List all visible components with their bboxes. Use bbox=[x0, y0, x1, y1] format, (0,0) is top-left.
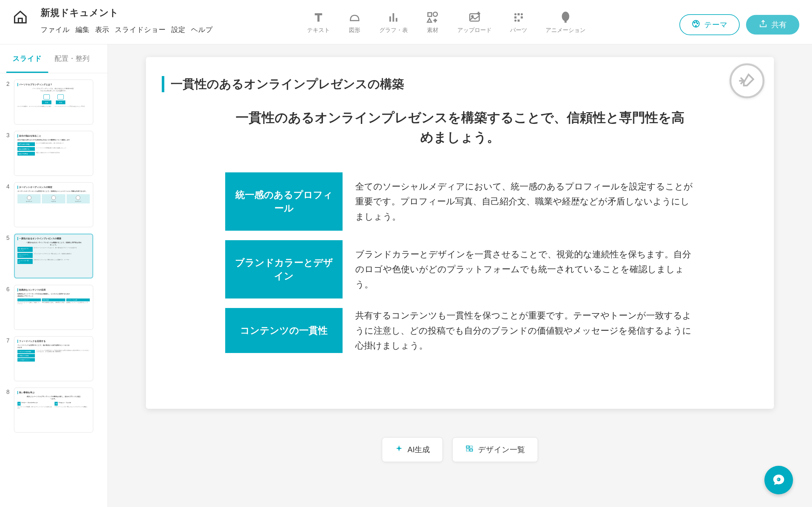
toolbar: テキスト 図形 グラフ・表 + 素材 + アップロード パーツ アニメーション bbox=[307, 6, 586, 34]
thumb-row-6: 6 効果的なコンテンツの活用 効果的なネットワーキングの方法を理解恵し、ビジネス… bbox=[6, 285, 101, 330]
header-right: テーマ 共有 bbox=[679, 6, 799, 35]
row-label-3[interactable]: コンテンツの一貫性 bbox=[225, 308, 343, 353]
sidebar-tabs: スライド 配置・整列 bbox=[0, 44, 107, 73]
edit-float-icon[interactable] bbox=[729, 63, 764, 98]
svg-point-26 bbox=[777, 477, 780, 481]
menu-slideshow[interactable]: スライドショー bbox=[115, 25, 165, 35]
content-row-3[interactable]: コンテンツの一貫性 共有するコンテンツも一貫性を保つことが重要です。テーマやトー… bbox=[225, 308, 695, 353]
share-button[interactable]: 共有 bbox=[746, 15, 799, 35]
svg-text:+: + bbox=[477, 11, 480, 16]
svg-rect-1 bbox=[392, 13, 394, 22]
tab-arrange[interactable]: 配置・整列 bbox=[48, 44, 96, 73]
design-list-button[interactable]: デザイン一覧 bbox=[452, 437, 538, 462]
toolbar-animation[interactable]: アニメーション bbox=[546, 11, 586, 34]
svg-point-21 bbox=[697, 23, 698, 24]
menu-file[interactable]: ファイル bbox=[41, 25, 70, 35]
animation-icon bbox=[559, 11, 572, 24]
svg-rect-14 bbox=[520, 16, 523, 19]
upload-icon: + bbox=[468, 11, 481, 24]
svg-rect-22 bbox=[467, 446, 469, 448]
ai-generate-button[interactable]: AI生成 bbox=[382, 437, 443, 462]
home-icon[interactable] bbox=[13, 9, 28, 25]
thumb-row-3: 3 自分の強みを知ること 自分の強みを明らかにする具体的な方法とその重要性につい… bbox=[6, 131, 101, 176]
row-label-2[interactable]: ブランドカラーとデザイン bbox=[225, 240, 343, 298]
sidebar: スライド 配置・整列 2 パーソナルブランディングとは？ パーソナルブランディン… bbox=[0, 44, 108, 507]
menu-bar: ファイル 編集 表示 スライドショー 設定 ヘルプ bbox=[41, 25, 213, 35]
title-section: 新規ドキュメント ファイル 編集 表示 スライドショー 設定 ヘルプ bbox=[41, 6, 213, 35]
text-icon bbox=[312, 11, 325, 24]
svg-point-19 bbox=[694, 22, 695, 23]
svg-rect-15 bbox=[517, 20, 519, 22]
main: スライド 配置・整列 2 パーソナルブランディングとは？ パーソナルブランディン… bbox=[0, 44, 812, 507]
menu-view[interactable]: 表示 bbox=[95, 25, 109, 35]
toolbar-upload[interactable]: + アップロード bbox=[457, 11, 492, 34]
thumbnail-2[interactable]: パーソナルブランディングとは？ パーソナルブランディングは、他人があなたの事柄や… bbox=[14, 79, 93, 124]
parts-icon bbox=[512, 11, 525, 24]
tab-slide[interactable]: スライド bbox=[6, 44, 48, 73]
svg-point-10 bbox=[520, 13, 523, 15]
svg-rect-23 bbox=[470, 446, 473, 448]
svg-rect-24 bbox=[467, 449, 469, 451]
content-row-1[interactable]: 統一感のあるプロフィール 全てのソーシャルメディアにおいて、統一感のあるプロフィ… bbox=[225, 172, 695, 231]
svg-rect-13 bbox=[514, 16, 516, 19]
menu-settings[interactable]: 設定 bbox=[171, 25, 185, 35]
thumbnail-7[interactable]: フィードバックを活用する フィードバックを活用することで、他の視点から自己改善の… bbox=[14, 336, 93, 381]
toolbar-parts[interactable]: パーツ bbox=[510, 11, 527, 34]
toolbar-text[interactable]: テキスト bbox=[307, 11, 330, 34]
thumbnails: 2 パーソナルブランディングとは？ パーソナルブランディングは、他人があなたの事… bbox=[0, 73, 107, 439]
svg-point-11 bbox=[514, 20, 516, 22]
thumbnail-3[interactable]: 自分の強みを知ること 自分の強みを明らかにする具体的な方法とその重要性について解… bbox=[14, 131, 93, 176]
content-rows: 統一感のあるプロフィール 全てのソーシャルメディアにおいて、統一感のあるプロフィ… bbox=[162, 172, 758, 353]
svg-rect-0 bbox=[389, 16, 391, 22]
chart-icon bbox=[387, 11, 400, 24]
row-text-3[interactable]: 共有するコンテンツも一貫性を保つことが重要です。テーマやトーンが一致するように注… bbox=[355, 308, 695, 353]
menu-help[interactable]: ヘルプ bbox=[191, 25, 213, 35]
svg-rect-17 bbox=[564, 20, 566, 22]
material-icon: + bbox=[426, 11, 439, 24]
palette-icon bbox=[692, 19, 700, 30]
row-text-2[interactable]: ブランドカラーとデザインを一貫させることで、視覚的な連続性を保ちます。自分のロゴ… bbox=[355, 247, 695, 292]
menu-edit[interactable]: 編集 bbox=[75, 25, 90, 35]
row-label-1[interactable]: 統一感のあるプロフィール bbox=[225, 172, 343, 231]
doc-title[interactable]: 新規ドキュメント bbox=[41, 6, 213, 19]
shape-icon bbox=[348, 11, 361, 24]
share-icon bbox=[759, 19, 768, 30]
design-icon bbox=[465, 445, 473, 455]
svg-text:+: + bbox=[434, 17, 437, 23]
sparkle-icon bbox=[395, 445, 403, 455]
svg-point-20 bbox=[696, 21, 697, 22]
toolbar-material[interactable]: + 素材 bbox=[426, 11, 439, 34]
thumbnail-8[interactable]: 良い事例を学ぶ 成功したパーソナルブランディングの事例を分析し、自分のブランドに… bbox=[14, 388, 93, 433]
svg-rect-25 bbox=[470, 449, 473, 451]
thumb-row-5: 5 一貫性のあるオンラインプレゼンスの構築 一貫性のあるオンラインプレゼンスを構… bbox=[6, 233, 101, 279]
header: 新規ドキュメント ファイル 編集 表示 スライドショー 設定 ヘルプ テキスト … bbox=[0, 0, 812, 44]
thumb-row-2: 2 パーソナルブランディングとは？ パーソナルブランディングは、他人があなたの事… bbox=[6, 79, 101, 124]
svg-rect-3 bbox=[428, 13, 432, 16]
svg-point-27 bbox=[778, 479, 779, 480]
thumb-row-7: 7 フィードバックを活用する フィードバックを活用することで、他の視点から自己改… bbox=[6, 336, 101, 381]
toolbar-shape[interactable]: 図形 bbox=[348, 11, 361, 34]
svg-point-4 bbox=[433, 12, 437, 16]
thumbnail-4[interactable]: ターゲットオーディエンスの特定 ターゲットオーディエンスを特定することで、効果的… bbox=[14, 182, 93, 227]
chat-bubble-button[interactable] bbox=[764, 466, 793, 494]
bottom-actions: AI生成 デザイン一覧 bbox=[382, 437, 538, 462]
row-text-1[interactable]: 全てのソーシャルメディアにおいて、統一感のあるプロフィールを設定することが重要で… bbox=[355, 179, 695, 224]
svg-rect-12 bbox=[517, 13, 519, 15]
thumbnail-6[interactable]: 効果的なコンテンツの活用 効果的なネットワーキングの方法を理解恵し、ビジネスに活… bbox=[14, 285, 93, 330]
canvas-area: 一貫性のあるオンラインプレゼンスの構築 一貫性のあるオンラインプレゼンスを構築す… bbox=[108, 44, 812, 507]
thumb-row-4: 4 ターゲットオーディエンスの特定 ターゲットオーディエンスを特定することで、効… bbox=[6, 182, 101, 227]
thumbnail-5[interactable]: 一貫性のあるオンラインプレゼンスの構築 一貫性のあるオンラインプレゼンスを構築す… bbox=[14, 233, 93, 279]
svg-rect-2 bbox=[396, 18, 397, 22]
theme-button[interactable]: テーマ bbox=[679, 14, 740, 35]
slide-subtitle[interactable]: 一貫性のあるオンラインプレゼンスを構築することで、信頼性と専門性を高めましょう。 bbox=[230, 108, 690, 147]
thumb-row-8: 8 良い事例を学ぶ 成功したパーソナルブランディングの事例を分析し、自分のブラン… bbox=[6, 388, 101, 433]
svg-point-9 bbox=[514, 13, 516, 15]
header-left: 新規ドキュメント ファイル 編集 表示 スライドショー 設定 ヘルプ bbox=[13, 6, 213, 35]
slide[interactable]: 一貫性のあるオンラインプレゼンスの構築 一貫性のあるオンラインプレゼンスを構築す… bbox=[146, 57, 774, 409]
svg-point-16 bbox=[562, 12, 569, 21]
content-row-2[interactable]: ブランドカラーとデザイン ブランドカラーとデザインを一貫させることで、視覚的な連… bbox=[225, 240, 695, 298]
slide-title[interactable]: 一貫性のあるオンラインプレゼンスの構築 bbox=[162, 76, 758, 92]
toolbar-chart[interactable]: グラフ・表 bbox=[379, 11, 408, 34]
